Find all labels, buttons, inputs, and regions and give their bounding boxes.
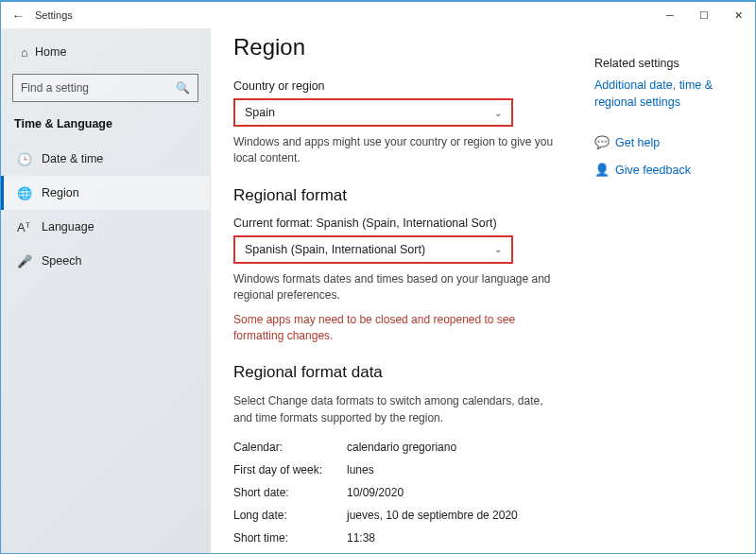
- sidebar-item-label: Language: [42, 220, 94, 234]
- language-icon: Aᵀ: [17, 220, 42, 234]
- minimize-button[interactable]: ─: [653, 2, 687, 28]
- home-icon: ⌂: [14, 45, 35, 60]
- sidebar-section-label: Time & Language: [1, 112, 210, 142]
- sidebar-home[interactable]: ⌂ Home: [1, 36, 210, 68]
- window-body: ⌂ Home Find a setting 🔍 Time & Language …: [1, 28, 755, 553]
- sidebar: ⌂ Home Find a setting 🔍 Time & Language …: [1, 28, 211, 553]
- feedback-icon: 👤: [594, 163, 615, 177]
- sidebar-item-date-time[interactable]: 🕒 Date & time: [1, 142, 210, 176]
- data-row-calendar: Calendar:calendario gregoriano: [233, 436, 572, 459]
- main: Region Country or region Spain ⌄ Windows…: [211, 28, 755, 553]
- back-button[interactable]: ←: [7, 9, 29, 23]
- current-format-label: Current format: Spanish (Spain, Internat…: [233, 216, 572, 230]
- format-dropdown[interactable]: Spanish (Spain, International Sort) ⌄: [233, 235, 513, 264]
- content: Region Country or region Spain ⌄ Windows…: [211, 28, 594, 553]
- country-value: Spain: [245, 106, 275, 119]
- format-value: Spanish (Spain, International Sort): [245, 243, 425, 256]
- chevron-down-icon: ⌄: [494, 108, 502, 118]
- microphone-icon: 🎤: [17, 254, 42, 268]
- search-input[interactable]: Find a setting 🔍: [12, 74, 198, 102]
- clock-icon: 🕒: [17, 152, 42, 166]
- data-row-shorttime: Short time:11:38: [233, 527, 572, 549]
- sidebar-item-label: Date & time: [42, 152, 103, 165]
- country-dropdown[interactable]: Spain ⌄: [233, 98, 513, 127]
- regional-format-heading: Regional format: [233, 186, 572, 205]
- chevron-down-icon: ⌄: [494, 244, 502, 254]
- data-row-longtime: Long time:11:38:21: [233, 549, 572, 553]
- data-row-longdate: Long date:jueves, 10 de septiembre de 20…: [233, 504, 572, 527]
- country-label: Country or region: [233, 79, 572, 93]
- window-controls: ─ ☐ ✕: [653, 2, 755, 28]
- sidebar-item-label: Speech: [42, 254, 81, 268]
- titlebar: ← Settings ─ ☐ ✕: [1, 2, 755, 28]
- format-help: Windows formats dates and times based on…: [233, 271, 555, 304]
- page-title: Region: [233, 34, 572, 61]
- sidebar-item-speech[interactable]: 🎤 Speech: [1, 244, 210, 278]
- get-help-label: Get help: [615, 136, 660, 149]
- globe-icon: 🌐: [17, 186, 42, 200]
- close-button[interactable]: ✕: [721, 2, 755, 28]
- regional-data-help: Select Change data formats to switch amo…: [233, 393, 555, 426]
- country-help: Windows and apps might use your country …: [233, 134, 555, 167]
- format-warning: Some apps may need to be closed and reop…: [233, 312, 555, 345]
- sidebar-item-language[interactable]: Aᵀ Language: [1, 210, 210, 244]
- window-title: Settings: [35, 9, 73, 21]
- sidebar-item-label: Region: [42, 186, 79, 199]
- regional-data-grid: Calendar:calendario gregoriano First day…: [233, 436, 572, 553]
- settings-window: ← Settings ─ ☐ ✕ ⌂ Home Find a setting 🔍…: [0, 0, 756, 554]
- regional-data-heading: Regional format data: [233, 363, 572, 382]
- data-row-firstday: First day of week:lunes: [233, 459, 572, 481]
- sidebar-item-region[interactable]: 🌐 Region: [1, 176, 210, 210]
- help-icon: 💬: [594, 135, 615, 149]
- search-icon: 🔍: [176, 81, 190, 95]
- sidebar-home-label: Home: [35, 45, 66, 59]
- related-settings-link[interactable]: Additional date, time & regional setting…: [594, 78, 742, 111]
- right-column: Related settings Additional date, time &…: [594, 28, 755, 553]
- data-row-shortdate: Short date:10/09/2020: [233, 481, 572, 504]
- give-feedback-label: Give feedback: [615, 164, 691, 177]
- related-settings-heading: Related settings: [594, 57, 742, 70]
- give-feedback-link[interactable]: 👤 Give feedback: [594, 163, 742, 177]
- search-placeholder: Find a setting: [21, 81, 89, 95]
- get-help-link[interactable]: 💬 Get help: [594, 135, 742, 149]
- maximize-button[interactable]: ☐: [687, 2, 721, 28]
